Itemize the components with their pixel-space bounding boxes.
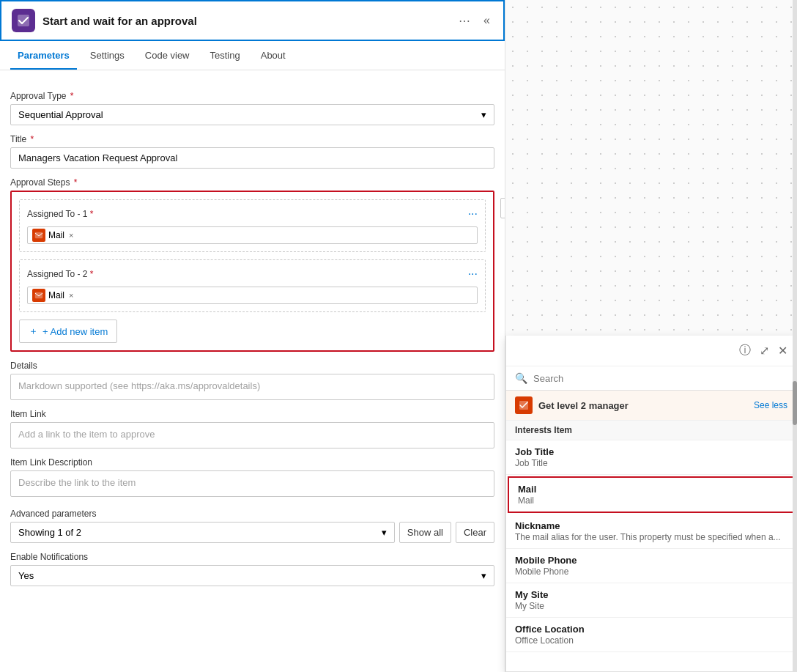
step-1-header: Assigned To - 1 * ··· bbox=[27, 207, 478, 221]
approval-type-dropdown[interactable]: Sequential Approval ▾ bbox=[10, 104, 494, 125]
approval-steps-container: Assigned To - 1 * ··· Mail bbox=[10, 191, 494, 352]
list-item-office-location[interactable]: Office Location Office Location bbox=[506, 618, 796, 652]
svg-rect-2 bbox=[35, 292, 42, 298]
step-2-block: Assigned To - 2 * ··· Mail bbox=[19, 259, 486, 312]
step-2-options[interactable]: ··· bbox=[468, 267, 478, 281]
search-bar: 🔍 bbox=[506, 366, 796, 391]
popup-expand-button[interactable]: ⤢ bbox=[758, 342, 771, 359]
scrollbar-track bbox=[793, 0, 797, 672]
item-link-desc-placeholder: Describe the link to the item bbox=[18, 477, 136, 488]
right-panel: ⓘ ⤢ ✕ 🔍 Get level 2 manager See less Int… bbox=[505, 0, 797, 672]
header-actions: ⋯ « bbox=[456, 12, 493, 29]
show-all-button[interactable]: Show all bbox=[399, 522, 451, 543]
add-icon: ＋ bbox=[29, 325, 38, 338]
section-interests: Interests Item bbox=[506, 421, 796, 440]
details-label: Details bbox=[10, 361, 494, 371]
advanced-params-bar: Showing 1 of 2 ▾ Show all Clear bbox=[10, 522, 494, 543]
item-link-placeholder: Add a link to the item to approve bbox=[18, 429, 155, 440]
search-input[interactable] bbox=[533, 373, 787, 384]
tab-testing[interactable]: Testing bbox=[203, 41, 248, 70]
more-options-button[interactable]: ⋯ bbox=[456, 12, 473, 29]
left-panel: Start and wait for an approval ⋯ « Param… bbox=[0, 0, 505, 672]
popup-top-bar: ⓘ ⤢ ✕ bbox=[506, 336, 796, 366]
mail-icon-1 bbox=[32, 229, 45, 242]
see-less-button[interactable]: See less bbox=[754, 400, 787, 410]
tab-settings[interactable]: Settings bbox=[83, 41, 132, 70]
step-1-mail-label: Mail bbox=[48, 230, 64, 240]
approval-steps-label: Approval Steps * bbox=[10, 177, 494, 188]
add-new-item-label: + Add new item bbox=[42, 326, 108, 337]
step-2-header: Assigned To - 2 * ··· bbox=[27, 267, 478, 281]
step-1-label: Assigned To - 1 * bbox=[27, 209, 94, 219]
tabs-bar: Parameters Settings Code view Testing Ab… bbox=[0, 41, 505, 70]
context-icon bbox=[515, 396, 533, 414]
svg-rect-1 bbox=[35, 232, 42, 238]
approval-icon bbox=[12, 9, 35, 32]
title-input[interactable] bbox=[10, 147, 494, 169]
action-header: Start and wait for an approval ⋯ « bbox=[0, 0, 505, 41]
tab-about[interactable]: About bbox=[253, 41, 293, 70]
canvas-background bbox=[505, 0, 797, 336]
enable-notifications-value: Yes bbox=[18, 570, 34, 581]
list-item-my-site[interactable]: My Site My Site bbox=[506, 583, 796, 618]
step-1-options[interactable]: ··· bbox=[468, 207, 478, 221]
tab-code-view[interactable]: Code view bbox=[138, 41, 197, 70]
context-title: Get level 2 manager bbox=[538, 400, 754, 411]
step-1-mail-tag: Mail × bbox=[27, 226, 478, 244]
steps-table-icon[interactable] bbox=[500, 198, 505, 218]
step-2-remove-button[interactable]: × bbox=[69, 291, 73, 300]
popup-info-button[interactable]: ⓘ bbox=[738, 341, 752, 360]
collapse-button[interactable]: « bbox=[481, 12, 493, 29]
advanced-params-dropdown[interactable]: Showing 1 of 2 ▾ bbox=[10, 522, 395, 543]
clear-button[interactable]: Clear bbox=[456, 522, 494, 543]
title-label: Title * bbox=[10, 134, 494, 144]
step-2-mail-tag: Mail × bbox=[27, 287, 478, 304]
header-title: Start and wait for an approval bbox=[42, 15, 456, 27]
list-item-job-title[interactable]: Job Title Job Title bbox=[506, 440, 796, 475]
item-link-input[interactable]: Add a link to the item to approve bbox=[10, 422, 494, 448]
list-item-mail[interactable]: Mail Mail bbox=[508, 476, 795, 513]
item-link-desc-input[interactable]: Describe the link to the item bbox=[10, 470, 494, 497]
approval-type-label: Approval Type * bbox=[10, 91, 494, 101]
scrollbar-thumb[interactable] bbox=[793, 381, 797, 425]
enable-notifications-label: Enable Notifications bbox=[10, 552, 494, 562]
list-item-nickname[interactable]: Nickname The mail alias for the user. Th… bbox=[506, 514, 796, 549]
add-new-item-button[interactable]: ＋ + Add new item bbox=[19, 320, 117, 343]
details-placeholder: Markdown supported (see https://aka.ms/a… bbox=[18, 380, 260, 391]
search-icon: 🔍 bbox=[515, 372, 527, 384]
popup-close-button[interactable]: ✕ bbox=[776, 342, 789, 359]
enable-notifications-dropdown[interactable]: Yes ▾ bbox=[10, 565, 494, 586]
item-link-label: Item Link bbox=[10, 409, 494, 419]
approval-steps-wrapper: Assigned To - 1 * ··· Mail bbox=[10, 191, 494, 352]
item-link-desc-label: Item Link Description bbox=[10, 457, 494, 468]
step-1-remove-button[interactable]: × bbox=[69, 231, 73, 240]
step-2-mail-label: Mail bbox=[48, 290, 64, 300]
context-item: Get level 2 manager See less bbox=[506, 391, 796, 421]
step-2-label: Assigned To - 2 * bbox=[27, 269, 94, 279]
dynamic-content-popup: ⓘ ⤢ ✕ 🔍 Get level 2 manager See less Int… bbox=[505, 336, 797, 672]
list-item-mobile-phone[interactable]: Mobile Phone Mobile Phone bbox=[506, 549, 796, 583]
tab-parameters[interactable]: Parameters bbox=[10, 41, 77, 70]
advanced-params-value: Showing 1 of 2 bbox=[18, 527, 81, 538]
form-content: Approval Type * Sequential Approval ▾ Ti… bbox=[0, 70, 505, 672]
list-items-container: Job Title Job Title Mail Mail Nickname T… bbox=[506, 440, 796, 671]
advanced-params-label: Advanced parameters bbox=[10, 509, 494, 519]
step-1-block: Assigned To - 1 * ··· Mail bbox=[19, 199, 486, 252]
mail-icon-2 bbox=[32, 289, 45, 302]
details-input[interactable]: Markdown supported (see https://aka.ms/a… bbox=[10, 374, 494, 400]
